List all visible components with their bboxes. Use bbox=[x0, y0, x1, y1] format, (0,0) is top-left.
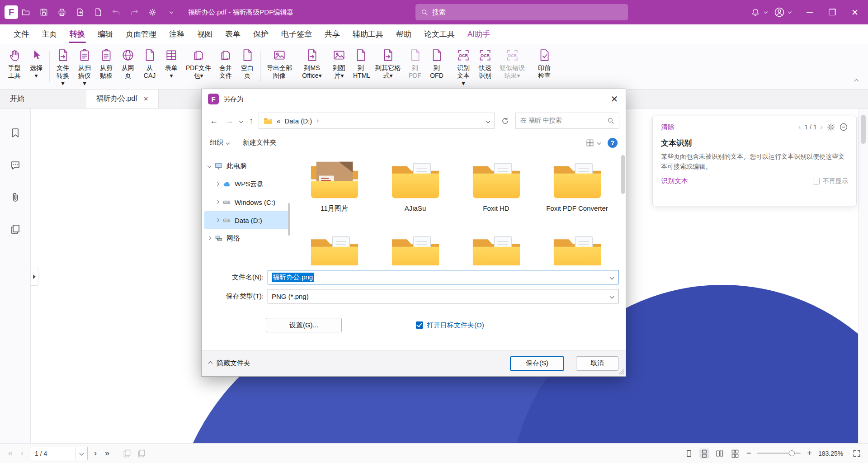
page-dropdown-icon[interactable] bbox=[75, 447, 87, 460]
folder-item[interactable] bbox=[294, 233, 375, 266]
single-page-view-icon[interactable] bbox=[684, 449, 694, 458]
filename-dropdown-icon[interactable] bbox=[610, 275, 614, 280]
help-icon[interactable]: ? bbox=[608, 138, 618, 148]
preflight-button[interactable]: 印前检查 bbox=[533, 47, 555, 87]
redo-button[interactable] bbox=[128, 6, 140, 18]
customize-toolbar-chevron-icon[interactable] bbox=[165, 6, 176, 18]
folder-item[interactable] bbox=[537, 233, 618, 266]
tab-ai-assistant[interactable]: AI助手 bbox=[461, 24, 496, 44]
from-clipboard-button[interactable]: 从剪贴板 bbox=[95, 47, 117, 87]
email-doc-button[interactable] bbox=[92, 6, 104, 18]
expand-left-panel-button[interactable] bbox=[31, 268, 38, 286]
tab-view[interactable]: 视图 bbox=[191, 24, 219, 44]
collapsed-chevron-icon[interactable] bbox=[216, 218, 219, 222]
panel-settings-gear-icon[interactable] bbox=[826, 123, 835, 132]
previous-view-icon[interactable] bbox=[122, 449, 132, 458]
collapsed-chevron-icon[interactable] bbox=[216, 200, 219, 204]
attachments-panel-icon[interactable] bbox=[10, 192, 21, 204]
collapsed-chevron-icon[interactable] bbox=[216, 182, 219, 186]
document-scrollbar[interactable] bbox=[858, 109, 868, 443]
address-dropdown-icon[interactable] bbox=[486, 118, 491, 123]
filetype-dropdown-icon[interactable] bbox=[610, 294, 614, 299]
hide-folders-button[interactable]: 隐藏文件夹 bbox=[209, 359, 250, 368]
collapse-panel-icon[interactable] bbox=[839, 123, 848, 132]
expand-chevron-icon[interactable] bbox=[208, 164, 211, 168]
comments-panel-icon[interactable] bbox=[10, 160, 21, 172]
resize-grip[interactable] bbox=[618, 369, 624, 375]
minimize-button[interactable]: ─ bbox=[799, 0, 820, 24]
undo-button[interactable] bbox=[110, 6, 122, 18]
dialog-close-button[interactable]: ✕ bbox=[603, 90, 626, 109]
tab-convert[interactable]: 转换 bbox=[63, 24, 91, 44]
to-html-button[interactable]: 到HTML bbox=[350, 47, 372, 87]
account-chevron-icon[interactable] bbox=[788, 9, 792, 13]
tab-file[interactable]: 文件 bbox=[7, 24, 35, 44]
open-target-folder-checkbox[interactable] bbox=[416, 321, 423, 329]
export-all-images-button[interactable]: 导出全部图像 bbox=[263, 47, 296, 87]
clear-button[interactable]: 清除 bbox=[661, 123, 675, 132]
dialog-save-button[interactable]: 保存(S) bbox=[510, 356, 564, 371]
tree-item-wps-cloud[interactable]: WPS云盘 bbox=[204, 175, 290, 193]
tab-thesis-tools[interactable]: 论文工具 bbox=[418, 24, 461, 44]
tab-edit[interactable]: 编辑 bbox=[91, 24, 119, 44]
next-page-button[interactable]: › bbox=[92, 449, 99, 458]
tab-share[interactable]: 共享 bbox=[318, 24, 346, 44]
facing-view-icon[interactable] bbox=[715, 449, 725, 458]
page-number-input[interactable]: 1 / 4 bbox=[30, 447, 88, 460]
save-button[interactable] bbox=[38, 6, 50, 18]
folder-item[interactable]: 11月图片 bbox=[294, 160, 375, 213]
close-window-button[interactable]: ✕ bbox=[844, 0, 865, 24]
zoom-out-button[interactable]: − bbox=[745, 449, 752, 458]
to-pdf-button[interactable]: 到PDF bbox=[404, 47, 426, 87]
dont-show-checkbox[interactable] bbox=[813, 178, 820, 184]
last-page-button[interactable]: » bbox=[103, 449, 111, 458]
tab-page-organize[interactable]: 页面管理 bbox=[119, 24, 163, 44]
refresh-icon[interactable] bbox=[498, 114, 512, 128]
address-crumb[interactable]: Data (D:) bbox=[284, 117, 312, 125]
new-folder-button[interactable]: 新建文件夹 bbox=[243, 138, 277, 147]
to-other-formats-button[interactable]: 到其它格式▾ bbox=[372, 47, 404, 87]
open-file-button[interactable] bbox=[20, 6, 32, 18]
collapsed-chevron-icon[interactable] bbox=[208, 236, 211, 240]
print-button[interactable] bbox=[56, 6, 68, 18]
combine-files-button[interactable]: 合并文件 bbox=[215, 47, 236, 87]
share-button[interactable] bbox=[146, 6, 158, 18]
folder-item[interactable]: Foxit HD bbox=[456, 160, 537, 213]
folder-item[interactable]: AJiaSu bbox=[375, 160, 456, 213]
collapse-ribbon-button[interactable] bbox=[852, 77, 861, 85]
nav-back-button[interactable]: ← bbox=[208, 116, 220, 126]
pdf-portfolio-button[interactable]: PDF文件包▾ bbox=[182, 47, 215, 87]
zoom-slider[interactable] bbox=[757, 453, 801, 454]
filetype-select[interactable]: PNG (*.png) bbox=[268, 289, 618, 303]
tree-item-data-d[interactable]: Data (D:) bbox=[204, 211, 290, 229]
previous-page-button[interactable]: ‹ bbox=[19, 449, 25, 458]
tab-help[interactable]: 帮助 bbox=[390, 24, 418, 44]
open-target-folder-option[interactable]: 打开目标文件夹(O) bbox=[416, 321, 484, 330]
from-webpage-button[interactable]: 从网页 bbox=[117, 47, 139, 87]
fullscreen-icon[interactable] bbox=[852, 449, 862, 458]
notifications-chevron-icon[interactable] bbox=[764, 9, 768, 13]
folder-item[interactable]: Foxit PDF Converter bbox=[537, 160, 618, 213]
zoom-slider-knob[interactable] bbox=[789, 450, 795, 456]
first-page-button[interactable]: « bbox=[6, 449, 14, 458]
folder-item[interactable] bbox=[456, 233, 537, 266]
folder-item[interactable] bbox=[375, 233, 456, 266]
next-view-icon[interactable] bbox=[137, 449, 146, 458]
blank-page-button[interactable]: 空白页 bbox=[236, 47, 258, 87]
tab-protect[interactable]: 保护 bbox=[247, 24, 275, 44]
to-ofd-button[interactable]: 到OFD bbox=[426, 47, 448, 87]
quick-recognize-button[interactable]: 快速识别 bbox=[474, 47, 496, 87]
suspect-results-button[interactable]: 疑似错误结果▾ bbox=[496, 47, 528, 87]
tree-item-windows-c[interactable]: Windows (C:) bbox=[204, 193, 290, 211]
nav-up-button[interactable]: ↑ bbox=[247, 116, 255, 126]
tab-esign[interactable]: 电子签章 bbox=[275, 24, 318, 44]
recognize-text-link[interactable]: 识别文本 bbox=[661, 177, 688, 185]
to-ms-office-button[interactable]: 到MS Office▾ bbox=[296, 47, 328, 87]
form-button[interactable]: 表单▾ bbox=[160, 47, 182, 87]
bookmarks-panel-icon[interactable] bbox=[10, 128, 21, 140]
tab-home[interactable]: 主页 bbox=[35, 24, 63, 44]
organize-menu[interactable]: 组织 bbox=[210, 138, 229, 147]
close-tab-icon[interactable]: × bbox=[144, 94, 148, 104]
settings-button[interactable]: 设置(G)... bbox=[266, 318, 342, 332]
recognize-text-button[interactable]: 识别文本▾ bbox=[453, 47, 474, 87]
